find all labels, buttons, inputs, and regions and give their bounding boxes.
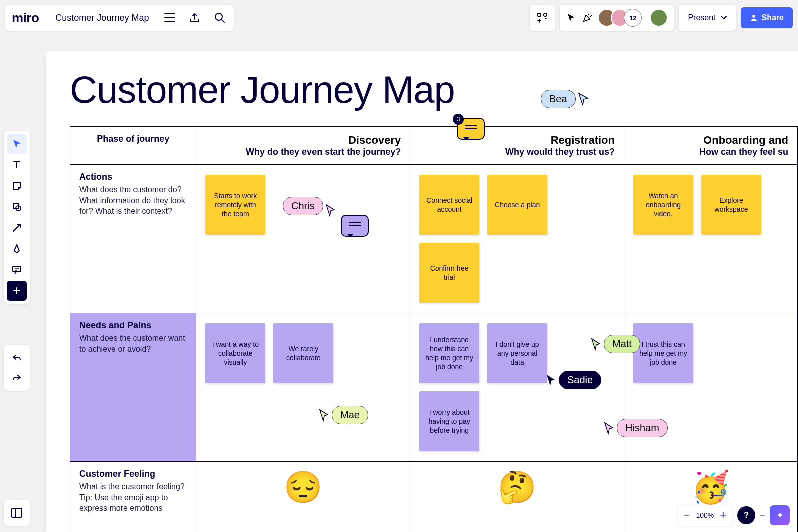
- col-onboarding[interactable]: Onboarding and How can they feel su: [624, 127, 798, 165]
- present-button[interactable]: Present: [679, 5, 736, 31]
- person-icon: [750, 14, 758, 22]
- emoji-sad[interactable]: 😔: [206, 469, 401, 506]
- zoom-control: − 100% +: [678, 505, 733, 526]
- svg-rect-1: [538, 14, 541, 16]
- select-tool[interactable]: [7, 134, 27, 154]
- shape-tool[interactable]: [7, 197, 27, 217]
- apps-button[interactable]: [530, 5, 555, 31]
- divider: –: [760, 511, 765, 520]
- col-registration[interactable]: Registration Why would they trust us?: [410, 127, 624, 165]
- sticky-note[interactable]: I trust this can help me get my job done: [634, 324, 694, 384]
- sticky-note[interactable]: I want a way to collaborate visually: [206, 324, 266, 384]
- ai-assistant-button[interactable]: ✦: [770, 506, 790, 526]
- topbar: miro Customer Journey Map: [0, 0, 798, 36]
- sticky-note[interactable]: I worry about having to pay before tryin…: [420, 392, 480, 452]
- sticky-note[interactable]: Confirm free trial: [420, 243, 480, 303]
- topbar-right: 12 Present Share: [530, 5, 793, 31]
- row-header-actions[interactable]: Actions What does the customer do? What …: [70, 165, 196, 314]
- redo-button[interactable]: [7, 368, 27, 388]
- board-title[interactable]: Customer Journey Map: [56, 13, 149, 24]
- sticky-note[interactable]: Explore workspace: [702, 175, 762, 235]
- comment-pin[interactable]: 3: [457, 118, 485, 140]
- hamburger-menu-icon[interactable]: [163, 11, 177, 25]
- sticky-note[interactable]: I don't give up any personal data: [488, 324, 548, 384]
- emoji-thinking[interactable]: 🤔: [420, 469, 615, 506]
- cursor-mode-icon[interactable]: [566, 12, 577, 24]
- col-discovery[interactable]: Discovery Why do they even start the jou…: [196, 127, 410, 165]
- upload-icon[interactable]: [188, 11, 202, 25]
- needs-discovery[interactable]: I want a way to collaborate visually We …: [196, 314, 410, 462]
- svg-point-2: [544, 14, 547, 16]
- current-user-avatar[interactable]: [650, 9, 668, 27]
- undo-redo-toolbar: [4, 345, 30, 391]
- pen-tool[interactable]: [7, 239, 27, 259]
- emoji-party[interactable]: 🥳: [634, 469, 788, 506]
- arrow-tool[interactable]: [7, 218, 27, 238]
- svg-rect-7: [12, 508, 22, 518]
- needs-onboarding[interactable]: I trust this can help me get my job done: [624, 314, 798, 462]
- text-tool[interactable]: [7, 155, 27, 175]
- svg-point-3: [752, 15, 756, 18]
- actions-discovery[interactable]: Starts to work remotely with the team: [196, 165, 410, 314]
- journey-map-table[interactable]: Phase of journey Discovery Why do they e…: [70, 126, 798, 532]
- row-header-feeling[interactable]: Customer Feeling What is the customer fe…: [70, 462, 196, 532]
- search-icon[interactable]: [213, 11, 227, 25]
- actions-onboarding[interactable]: Watch an onboarding video. Explore works…: [624, 165, 798, 314]
- frame-title[interactable]: Customer Journey Map: [70, 68, 798, 112]
- party-icon[interactable]: [582, 12, 593, 24]
- add-more-tool[interactable]: [7, 281, 27, 301]
- sticky-note[interactable]: Watch an onboarding video.: [634, 175, 694, 235]
- zoom-level[interactable]: 100%: [696, 512, 714, 520]
- collab-chip: 12: [560, 5, 674, 31]
- sticky-note[interactable]: I understand how this can help me get my…: [420, 324, 480, 384]
- comment-count-badge: 3: [453, 114, 464, 125]
- topbar-left-chip: miro Customer Journey Map: [5, 5, 234, 31]
- sticky-tool[interactable]: [7, 176, 27, 196]
- miro-logo[interactable]: miro: [12, 10, 39, 26]
- comment-pin[interactable]: [341, 215, 369, 237]
- sticky-note[interactable]: We rarely collaborate: [274, 324, 334, 384]
- feeling-registration[interactable]: 🤔: [410, 462, 624, 532]
- undo-button[interactable]: [7, 348, 27, 368]
- row-header-needs[interactable]: Needs and Pains What does the customer w…: [70, 314, 196, 462]
- panel-toggle-button[interactable]: [4, 500, 30, 526]
- sticky-note[interactable]: Starts to work remotely with the team: [206, 175, 266, 235]
- actions-registration[interactable]: Connect social account Choose a plan Con…: [410, 165, 624, 314]
- row-header-phase[interactable]: Phase of journey: [70, 127, 196, 165]
- sticky-note[interactable]: Choose a plan: [488, 175, 548, 235]
- side-toolbar: [4, 131, 30, 304]
- comment-tool[interactable]: [7, 260, 27, 280]
- share-button[interactable]: Share: [741, 8, 793, 28]
- feeling-discovery[interactable]: 😔: [196, 462, 410, 532]
- collaborator-count[interactable]: 12: [624, 9, 642, 27]
- canvas-frame[interactable]: Customer Journey Map Phase of journey Di…: [46, 51, 798, 532]
- chevron-down-icon: [721, 16, 727, 20]
- svg-point-0: [216, 14, 222, 20]
- help-button[interactable]: ?: [738, 506, 756, 524]
- bottom-right-controls: − 100% + ? – ✦: [678, 505, 790, 526]
- needs-registration[interactable]: I understand how this can help me get my…: [410, 314, 624, 462]
- sticky-note[interactable]: Connect social account: [420, 175, 480, 235]
